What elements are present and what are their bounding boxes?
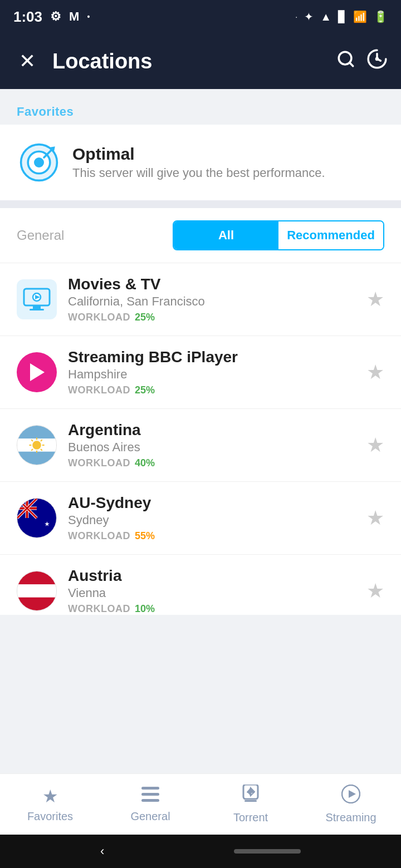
workload-label-austria: WORKLOAD [68, 603, 130, 615]
bbc-icon [17, 352, 57, 392]
favorite-star-bbc[interactable]: ★ [366, 361, 384, 384]
svg-line-1 [350, 63, 353, 66]
top-bar: ✕ Locations [0, 33, 401, 89]
svg-marker-13 [30, 363, 45, 381]
general-section: General All Recommended Movies & TV Cali… [0, 208, 401, 615]
location-sub-au-sydney: Sydney [68, 513, 355, 527]
workload-label-movies-tv: WORKLOAD [68, 312, 130, 323]
close-button[interactable]: ✕ [13, 50, 41, 73]
back-button[interactable]: ‹ [100, 844, 104, 859]
general-label: General [17, 228, 64, 243]
wifi-icon: ▲ [320, 11, 331, 23]
home-pill[interactable] [234, 849, 301, 854]
settings-icon: ⚙ [50, 9, 61, 24]
optimal-item[interactable]: Optimal This server will give you the be… [0, 125, 401, 200]
location-name-argentina: Argentina [68, 421, 355, 439]
favorite-star-argentina[interactable]: ★ [366, 433, 384, 457]
signal-icon: 📶 [353, 10, 367, 23]
section-divider [0, 200, 401, 208]
location-item-bbc[interactable]: Streaming BBC iPlayer Hampshire WORKLOAD… [0, 336, 401, 408]
location-item-au-sydney[interactable]: AU-Sydney Sydney WORKLOAD 55% ★ [0, 481, 401, 554]
svg-rect-48 [244, 800, 257, 802]
svg-point-2 [376, 58, 378, 60]
location-name-austria: Austria [68, 567, 355, 585]
workload-label-argentina: WORKLOAD [68, 457, 130, 469]
content-area: Favorites Optimal This server will give … [0, 89, 401, 709]
dot-icon: • [87, 12, 90, 21]
austria-flag-icon [17, 571, 57, 611]
filter-tabs: All Recommended [173, 220, 384, 250]
bottom-nav: ★ Favorites General Torrent [0, 773, 401, 835]
location-sub-bbc: Hampshire [68, 367, 355, 382]
general-header: General All Recommended [0, 208, 401, 263]
australia-flag-icon [17, 498, 57, 538]
workload-label-au-sydney: WORKLOAD [68, 530, 130, 542]
optimal-name: Optimal [72, 145, 325, 164]
workload-value-movies-tv: 25% [135, 312, 155, 323]
location-name-movies-tv: Movies & TV [68, 275, 355, 293]
svg-rect-9 [33, 305, 41, 309]
location-name-bbc: Streaming BBC iPlayer [68, 348, 355, 366]
dot-small-icon: · [295, 12, 297, 21]
home-bar: ‹ [0, 835, 401, 868]
speed-button[interactable] [366, 48, 388, 74]
streaming-nav-icon [341, 785, 360, 808]
status-bar: 1:03 ⚙ M • · ✦ ▲ ▊ 📶 🔋 [0, 0, 401, 33]
favorite-star-au-sydney[interactable]: ★ [366, 506, 384, 530]
bluetooth-icon: ✦ [304, 10, 314, 23]
svg-rect-40 [141, 787, 159, 790]
favorites-nav-icon: ★ [42, 786, 58, 807]
location-item-argentina[interactable]: Argentina Buenos Aires WORKLOAD 40% ★ [0, 408, 401, 481]
favorites-section-header: Favorites [0, 89, 401, 125]
workload-value-bbc: 25% [135, 384, 155, 396]
location-name-au-sydney: AU-Sydney [68, 494, 355, 512]
location-item-movies-tv[interactable]: Movies & TV California, San Francisco WO… [0, 263, 401, 336]
workload-value-au-sydney: 55% [135, 530, 155, 542]
svg-rect-38 [17, 584, 56, 597]
movies-tv-icon [17, 279, 57, 319]
svg-point-5 [34, 157, 44, 167]
favorite-star-movies-tv[interactable]: ★ [366, 288, 384, 311]
svg-rect-42 [141, 799, 159, 802]
filter-all-tab[interactable]: All [174, 221, 278, 249]
battery-icon: 🔋 [374, 10, 388, 23]
favorites-nav-label: Favorites [27, 810, 73, 823]
location-sub-movies-tv: California, San Francisco [68, 294, 355, 309]
general-nav-label: General [130, 810, 170, 823]
status-time: 1:03 [13, 8, 42, 26]
streaming-nav-label: Streaming [325, 811, 376, 824]
svg-rect-10 [30, 309, 44, 310]
svg-rect-16 [17, 452, 56, 465]
nav-streaming[interactable]: Streaming [301, 785, 401, 824]
optimal-icon [17, 140, 61, 185]
location-sub-austria: Vienna [68, 586, 355, 600]
workload-label-bbc: WORKLOAD [68, 384, 130, 396]
search-button[interactable] [336, 50, 355, 73]
wifi-bars-icon: ▊ [338, 10, 346, 23]
workload-value-argentina: 40% [135, 457, 155, 469]
svg-rect-37 [17, 571, 56, 584]
workload-value-austria: 10% [135, 603, 155, 615]
location-sub-argentina: Buenos Aires [68, 440, 355, 455]
torrent-nav-icon [242, 785, 259, 808]
general-nav-icon [141, 786, 159, 807]
mail-icon: M [69, 9, 79, 24]
torrent-nav-label: Torrent [233, 811, 268, 824]
svg-rect-14 [17, 426, 56, 438]
filter-recommended-tab[interactable]: Recommended [278, 221, 383, 249]
argentina-flag-icon [17, 425, 57, 465]
favorite-star-austria[interactable]: ★ [366, 579, 384, 603]
nav-favorites[interactable]: ★ Favorites [0, 786, 100, 823]
page-title: Locations [52, 50, 325, 73]
nav-torrent[interactable]: Torrent [200, 785, 301, 824]
nav-general[interactable]: General [100, 786, 200, 823]
optimal-desc: This server will give you the best perfo… [72, 166, 325, 180]
svg-rect-41 [141, 793, 159, 796]
location-item-austria[interactable]: Austria Vienna WORKLOAD 10% ★ [0, 554, 401, 615]
svg-point-17 [32, 441, 41, 450]
svg-rect-39 [17, 598, 56, 610]
